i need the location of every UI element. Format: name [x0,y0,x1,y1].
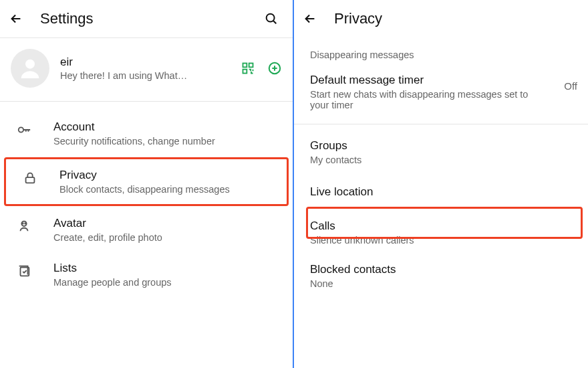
item-subtitle: Manage people and groups [53,277,282,288]
profile-status: Hey there! I am using What… [60,70,241,81]
item-title: Account [53,120,282,134]
p-subtitle: Start new chats with disappearing messag… [310,89,531,110]
svg-rect-4 [243,70,247,74]
lists-icon [16,263,32,279]
settings-panel: Settings eir Hey there! I am using What… [0,0,294,368]
p-title: Calls [310,219,577,233]
p-title: Groups [310,139,577,153]
profile-text: eir Hey there! I am using What… [60,56,241,81]
back-arrow-icon[interactable] [8,11,24,27]
settings-item-avatar[interactable]: Avatar Create, edit, profile photo [0,207,293,252]
section-disappearing: Disappearing messages [294,37,588,66]
avatar-icon [16,218,32,234]
p-title: Blocked contacts [310,263,577,276]
svg-point-9 [23,223,23,223]
profile-actions [241,61,282,76]
item-subtitle: Create, edit, profile photo [53,232,282,243]
svg-point-1 [25,60,35,69]
profile-row[interactable]: eir Hey there! I am using What… [0,37,293,102]
privacy-header: Privacy [294,0,588,37]
default-timer-item[interactable]: Default message timer Start new chats wi… [294,66,588,124]
settings-item-account[interactable]: Account Security notifications, change n… [0,111,293,156]
item-title: Avatar [53,217,282,230]
p-title: Live location [310,185,577,199]
privacy-panel: Privacy Disappearing messages Default me… [294,0,588,368]
profile-name: eir [60,56,241,69]
svg-rect-3 [249,64,253,68]
svg-point-10 [25,223,25,223]
p-subtitle: Silence unknown callers [310,235,531,246]
settings-item-lists[interactable]: Lists Manage people and groups [0,252,293,297]
privacy-item-live-location[interactable]: Live location [294,175,588,211]
key-icon [16,122,32,138]
qr-code-icon[interactable] [241,61,255,76]
search-icon[interactable] [263,11,279,27]
p-subtitle: None [310,278,531,289]
timer-value: Off [564,80,577,92]
avatar [11,49,49,88]
item-title: Lists [53,262,282,275]
lock-icon [22,170,38,186]
privacy-item-blocked[interactable]: Blocked contacts None [294,255,588,298]
settings-item-privacy[interactable]: Privacy Block contacts, disappearing mes… [4,157,289,206]
privacy-item-groups[interactable]: Groups My contacts [294,131,588,175]
privacy-item-calls[interactable]: Calls Silence unknown callers [294,211,588,255]
add-icon[interactable] [267,61,282,76]
svg-point-6 [19,127,23,132]
item-subtitle: Block contacts, disappearing messages [59,184,276,195]
svg-rect-2 [243,64,247,68]
privacy-title: Privacy [334,10,580,27]
item-title: Privacy [59,169,276,182]
svg-rect-7 [26,177,35,183]
item-subtitle: Security notifications, change number [53,136,282,147]
settings-title: Settings [40,10,263,27]
p-title: Default message timer [310,74,553,87]
svg-point-0 [267,14,275,22]
back-arrow-icon[interactable] [302,11,318,27]
p-subtitle: My contacts [310,155,531,165]
settings-header: Settings [0,0,293,37]
